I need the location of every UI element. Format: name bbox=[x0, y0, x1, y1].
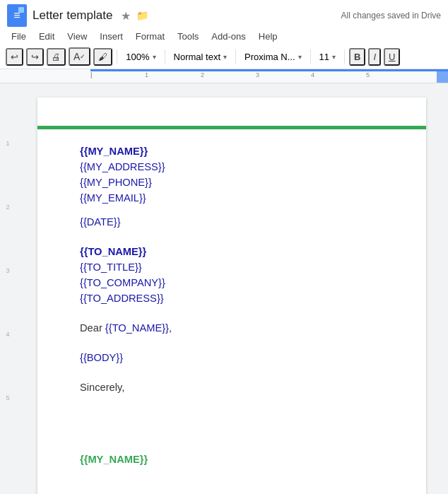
menu-tools[interactable]: Tools bbox=[172, 28, 204, 45]
menu-help[interactable]: Help bbox=[253, 28, 283, 45]
salutation-section: Dear {{TO_NAME}}, bbox=[80, 320, 384, 336]
text-style-chevron: ▾ bbox=[223, 53, 227, 61]
spell-check-button[interactable]: A✓ bbox=[69, 47, 90, 66]
font-size-dropdown[interactable]: 11 ▾ bbox=[315, 49, 340, 64]
my-phone-line: {{MY_PHONE}} bbox=[80, 175, 384, 190]
star-icon[interactable]: ★ bbox=[121, 9, 131, 23]
separator-2 bbox=[165, 49, 165, 64]
to-title-line: {{TO_TITLE}} bbox=[80, 259, 384, 275]
left-margin: 1 2 3 4 5 bbox=[0, 98, 16, 494]
italic-button[interactable]: I bbox=[368, 48, 381, 66]
page-area: 1 2 3 4 5 {{MY_NAME}} {{MY_ADDRESS}} bbox=[0, 83, 448, 494]
menu-edit[interactable]: Edit bbox=[33, 28, 60, 45]
my-email-var: {{MY_EMAIL}} bbox=[80, 192, 146, 204]
separator-1 bbox=[117, 49, 117, 64]
my-name-line: {{MY_NAME}} bbox=[80, 143, 384, 159]
dear-to-name-var: {{TO_NAME}} bbox=[105, 322, 169, 334]
to-company-line: {{TO_COMPANY}} bbox=[80, 275, 384, 290]
paint-format-button[interactable]: 🖌 bbox=[93, 48, 112, 66]
page-wrapper: 1 2 3 4 5 {{MY_NAME}} {{MY_ADDRESS}} bbox=[0, 98, 448, 494]
to-name-line: {{TO_NAME}} bbox=[80, 244, 384, 259]
menu-view[interactable]: View bbox=[61, 28, 93, 45]
menu-bar: File Edit View Insert Format Tools Add-o… bbox=[0, 28, 448, 45]
menu-addons[interactable]: Add-ons bbox=[206, 28, 251, 45]
my-name-var: {{MY_NAME}} bbox=[80, 146, 148, 157]
date-line: {{DATE}} bbox=[80, 214, 384, 230]
separator-5 bbox=[344, 49, 345, 64]
body-var: {{BODY}} bbox=[80, 352, 123, 363]
redo-button[interactable]: ↪ bbox=[26, 48, 44, 66]
menu-insert[interactable]: Insert bbox=[94, 28, 129, 45]
document-title[interactable]: Letter template bbox=[33, 8, 112, 23]
title-bar: ≡ Letter template ★ 📁 All changes saved … bbox=[0, 0, 448, 28]
signature-name-var: {{MY_NAME}} bbox=[80, 454, 148, 465]
recipient-section: {{TO_NAME}} {{TO_TITLE}} {{TO_COMPANY}} … bbox=[80, 244, 384, 306]
document-page[interactable]: {{MY_NAME}} {{MY_ADDRESS}} {{MY_PHONE}} … bbox=[37, 98, 426, 494]
font-dropdown[interactable]: Proxima N... ▾ bbox=[240, 49, 306, 64]
separator-3 bbox=[235, 49, 236, 64]
body-section: {{BODY}} bbox=[80, 350, 384, 365]
toolbar: ↩ ↪ 🖨 A✓ 🖌 100% ▾ Normal text ▾ Proxima … bbox=[0, 45, 448, 69]
folder-icon[interactable]: 📁 bbox=[136, 10, 148, 21]
font-name-value: Proxima N... bbox=[244, 52, 295, 62]
to-title-var: {{TO_TITLE}} bbox=[80, 261, 142, 273]
zoom-chevron: ▾ bbox=[153, 53, 156, 61]
document-content: {{MY_NAME}} {{MY_ADDRESS}} {{MY_PHONE}} … bbox=[80, 143, 384, 467]
saved-status: All changes saved in Drive bbox=[341, 11, 441, 20]
sender-section: {{MY_NAME}} {{MY_ADDRESS}} {{MY_PHONE}} … bbox=[80, 143, 384, 206]
green-header-bar bbox=[37, 126, 426, 129]
sincerely-line: Sincerely, bbox=[80, 380, 384, 395]
my-address-var: {{MY_ADDRESS}} bbox=[80, 161, 165, 172]
to-name-var: {{TO_NAME}} bbox=[80, 246, 146, 257]
to-address-line: {{TO_ADDRESS}} bbox=[80, 290, 384, 306]
font-chevron: ▾ bbox=[298, 53, 302, 61]
menu-format[interactable]: Format bbox=[130, 28, 170, 45]
signature-name-line: {{MY_NAME}} bbox=[80, 452, 384, 467]
body-line: {{BODY}} bbox=[80, 350, 384, 365]
menu-file[interactable]: File bbox=[6, 28, 32, 45]
zoom-value: 100% bbox=[126, 52, 149, 62]
font-size-chevron: ▾ bbox=[332, 53, 336, 61]
dear-comma: , bbox=[169, 322, 172, 334]
signature-gap bbox=[80, 409, 384, 452]
zoom-dropdown[interactable]: 100% ▾ bbox=[122, 49, 160, 64]
sincerely-text: Sincerely, bbox=[80, 382, 124, 393]
my-phone-var: {{MY_PHONE}} bbox=[80, 177, 152, 188]
to-company-var: {{TO_COMPANY}} bbox=[80, 277, 165, 288]
date-section: {{DATE}} bbox=[80, 214, 384, 230]
dear-line: Dear {{TO_NAME}}, bbox=[80, 320, 384, 336]
signature-section: {{MY_NAME}} bbox=[80, 452, 384, 467]
my-email-line: {{MY_EMAIL}} bbox=[80, 190, 384, 206]
date-var: {{DATE}} bbox=[80, 216, 121, 228]
doc-icon: ≡ bbox=[7, 4, 27, 27]
text-style-dropdown[interactable]: Normal text ▾ bbox=[170, 49, 231, 64]
text-style-value: Normal text bbox=[174, 52, 220, 62]
closing-section: Sincerely, bbox=[80, 380, 384, 395]
bold-button[interactable]: B bbox=[349, 48, 365, 66]
ruler: | 1 2 3 4 5 bbox=[0, 69, 448, 83]
dear-text: Dear bbox=[80, 322, 105, 334]
print-button[interactable]: 🖨 bbox=[47, 48, 66, 66]
font-size-value: 11 bbox=[319, 52, 329, 62]
separator-4 bbox=[310, 49, 311, 64]
my-address-line: {{MY_ADDRESS}} bbox=[80, 159, 384, 175]
undo-button[interactable]: ↩ bbox=[6, 48, 23, 66]
to-address-var: {{TO_ADDRESS}} bbox=[80, 293, 164, 304]
title-actions: ★ 📁 bbox=[121, 9, 148, 23]
underline-button[interactable]: U bbox=[384, 48, 400, 66]
